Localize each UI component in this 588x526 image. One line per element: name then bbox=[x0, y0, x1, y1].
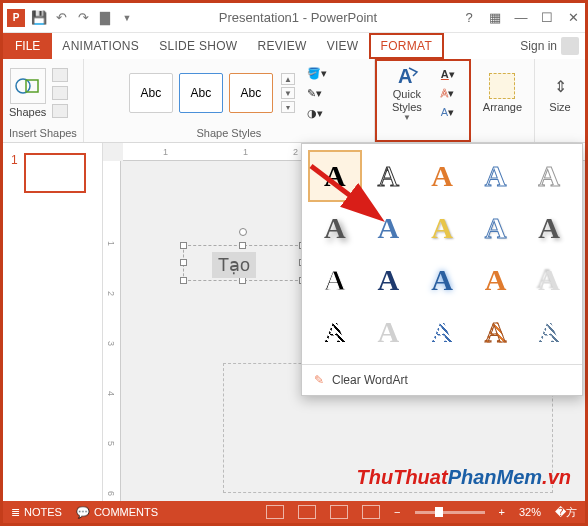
textbox-icon[interactable] bbox=[52, 86, 68, 100]
ribbon: Shapes Insert Shapes Abc Abc Abc ▲ ▼ ▾ bbox=[3, 59, 585, 143]
qat-more-icon[interactable]: ▼ bbox=[119, 10, 135, 26]
tab-animations[interactable]: ANIMATIONS bbox=[52, 33, 149, 59]
wordart-style-1-3[interactable]: A bbox=[469, 202, 523, 254]
eraser-icon: ✎ bbox=[314, 373, 324, 387]
textbox-text[interactable]: Tạo bbox=[212, 252, 256, 278]
group-insert-shapes: Shapes Insert Shapes bbox=[3, 59, 84, 142]
tab-view[interactable]: VIEW bbox=[317, 33, 369, 59]
wordart-style-0-3[interactable]: A bbox=[469, 150, 523, 202]
wordart-style-2-1[interactable]: A bbox=[362, 254, 416, 306]
selected-textbox[interactable]: Tạo bbox=[183, 245, 303, 281]
zoom-thumb[interactable] bbox=[435, 507, 443, 517]
resize-handle[interactable] bbox=[239, 277, 246, 284]
wordart-style-0-1[interactable]: A bbox=[362, 150, 416, 202]
zoom-level[interactable]: 32% bbox=[519, 506, 541, 518]
signin-label: Sign in bbox=[520, 39, 557, 53]
quick-styles-button[interactable]: A Quick Styles ▼ bbox=[383, 64, 431, 121]
arrange-label: Arrange bbox=[483, 101, 522, 113]
quick-styles-label: Quick Styles bbox=[383, 88, 431, 112]
wordart-style-3-3[interactable]: A bbox=[469, 306, 523, 358]
slide-number: 1 bbox=[11, 153, 18, 193]
wordart-style-0-4[interactable]: A bbox=[522, 150, 576, 202]
wordart-style-2-2[interactable]: A bbox=[415, 254, 469, 306]
styles-more-icon[interactable]: ▾ bbox=[281, 101, 295, 113]
maximize-icon[interactable]: ☐ bbox=[539, 10, 555, 26]
shape-effects-button[interactable]: ◑▾ bbox=[307, 105, 329, 121]
zoom-out-icon[interactable]: − bbox=[394, 506, 400, 518]
slide-thumbnail-1[interactable] bbox=[24, 153, 86, 193]
shapes-gallery-button[interactable]: Shapes bbox=[9, 68, 46, 118]
tab-review[interactable]: REVIEW bbox=[247, 33, 316, 59]
redo-icon[interactable]: ↷ bbox=[75, 10, 91, 26]
group-shape-styles: Abc Abc Abc ▲ ▼ ▾ 🪣▾ ✎▾ ◑▾ Shape Styles bbox=[84, 59, 375, 142]
text-effects-button[interactable]: A ▾ bbox=[441, 104, 463, 120]
wordart-style-1-4[interactable]: A bbox=[522, 202, 576, 254]
arrange-button[interactable]: Arrange bbox=[477, 69, 528, 117]
ribbon-options-icon[interactable]: ▦ bbox=[487, 10, 503, 26]
reading-view-icon[interactable] bbox=[330, 505, 348, 519]
tab-file[interactable]: FILE bbox=[3, 33, 52, 59]
wordart-style-2-3[interactable]: A bbox=[469, 254, 523, 306]
wordart-style-3-4[interactable]: A bbox=[522, 306, 576, 358]
normal-view-icon[interactable] bbox=[266, 505, 284, 519]
avatar-icon bbox=[561, 37, 579, 55]
ribbon-tabs: FILE ANIMATIONS SLIDE SHOW REVIEW VIEW F… bbox=[3, 33, 585, 59]
zoom-in-icon[interactable]: + bbox=[499, 506, 505, 518]
signin-button[interactable]: Sign in bbox=[514, 33, 585, 59]
shape-style-2[interactable]: Abc bbox=[179, 73, 223, 113]
group-size: ⇕ Size bbox=[535, 59, 585, 142]
shape-outline-button[interactable]: ✎▾ bbox=[307, 85, 329, 101]
wordart-style-1-2[interactable]: A bbox=[415, 202, 469, 254]
watermark: ThuThuatPhanMem.vn bbox=[357, 466, 571, 489]
help-icon[interactable]: ? bbox=[461, 10, 477, 26]
quick-styles-icon: A bbox=[395, 64, 419, 88]
wordart-style-0-0[interactable]: A bbox=[308, 150, 362, 202]
resize-handle[interactable] bbox=[180, 259, 187, 266]
size-button[interactable]: ⇕ Size bbox=[541, 69, 579, 117]
wordart-style-3-0[interactable]: A bbox=[308, 306, 362, 358]
slideshow-view-icon[interactable] bbox=[362, 505, 380, 519]
start-slideshow-icon[interactable]: ▇ bbox=[97, 10, 113, 26]
resize-handle[interactable] bbox=[239, 242, 246, 249]
group-arrange: Arrange bbox=[471, 59, 535, 142]
wordart-style-0-2[interactable]: A bbox=[415, 150, 469, 202]
status-bar: ≣ NOTES 💬 COMMENTS − + 32% �方 bbox=[3, 501, 585, 523]
group-label-insert-shapes: Insert Shapes bbox=[9, 125, 77, 142]
notes-button[interactable]: ≣ NOTES bbox=[11, 506, 62, 519]
save-icon[interactable]: 💾 bbox=[31, 10, 47, 26]
close-icon[interactable]: ✕ bbox=[565, 10, 581, 26]
text-fill-button[interactable]: A ▾ bbox=[441, 66, 463, 82]
resize-handle[interactable] bbox=[180, 277, 187, 284]
fit-to-window-icon[interactable]: �方 bbox=[555, 505, 577, 520]
wordart-style-2-0[interactable]: A bbox=[308, 254, 362, 306]
undo-icon[interactable]: ↶ bbox=[53, 10, 69, 26]
styles-row-up-icon[interactable]: ▲ bbox=[281, 73, 295, 85]
svg-point-0 bbox=[16, 79, 30, 93]
edit-shape-icon[interactable] bbox=[52, 68, 68, 82]
wordart-style-1-1[interactable]: A bbox=[362, 202, 416, 254]
comments-button[interactable]: 💬 COMMENTS bbox=[76, 506, 158, 519]
styles-row-down-icon[interactable]: ▼ bbox=[281, 87, 295, 99]
merge-shapes-icon[interactable] bbox=[52, 104, 68, 118]
window-title: Presentation1 - PowerPoint bbox=[135, 10, 461, 25]
size-label: Size bbox=[549, 101, 570, 113]
zoom-slider[interactable] bbox=[415, 511, 485, 514]
tab-format[interactable]: FORMAT bbox=[369, 33, 445, 59]
tab-slideshow[interactable]: SLIDE SHOW bbox=[149, 33, 247, 59]
wordart-style-3-1[interactable]: A bbox=[362, 306, 416, 358]
wordart-style-3-2[interactable]: A bbox=[415, 306, 469, 358]
shapes-label: Shapes bbox=[9, 106, 46, 118]
arrange-icon bbox=[489, 73, 515, 99]
shape-style-1[interactable]: Abc bbox=[129, 73, 173, 113]
text-outline-button[interactable]: A ▾ bbox=[441, 85, 463, 101]
shape-fill-button[interactable]: 🪣▾ bbox=[307, 65, 329, 81]
clear-wordart-button[interactable]: ✎ Clear WordArt bbox=[302, 364, 582, 395]
slidesorter-view-icon[interactable] bbox=[298, 505, 316, 519]
title-bar: P 💾 ↶ ↷ ▇ ▼ Presentation1 - PowerPoint ?… bbox=[3, 3, 585, 33]
wordart-style-1-0[interactable]: A bbox=[308, 202, 362, 254]
wordart-style-2-4[interactable]: A bbox=[522, 254, 576, 306]
rotate-handle-icon[interactable] bbox=[239, 228, 247, 236]
resize-handle[interactable] bbox=[180, 242, 187, 249]
minimize-icon[interactable]: — bbox=[513, 10, 529, 26]
shape-style-3[interactable]: Abc bbox=[229, 73, 273, 113]
